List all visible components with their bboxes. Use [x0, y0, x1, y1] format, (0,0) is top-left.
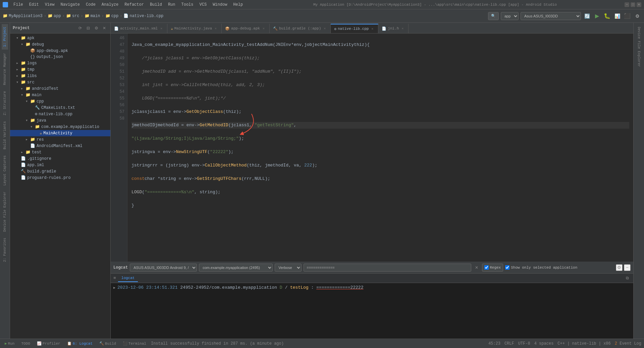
menu-tools[interactable]: Tools: [179, 2, 196, 8]
layout-captures-tab[interactable]: Layout Captures: [2, 153, 8, 188]
app-config-select[interactable]: app: [501, 12, 519, 20]
charset-indicator[interactable]: UTF-8: [518, 341, 530, 346]
tree-item-com.example.myapplicatio[interactable]: ▾📁com.example.myapplicatio: [10, 124, 110, 130]
code-editor[interactable]: Java_com_example_myapplication_MainActiv…: [127, 33, 633, 262]
tab-close-0[interactable]: ✕: [159, 26, 164, 31]
menu-vcs[interactable]: VCS: [197, 2, 210, 8]
logcat-output[interactable]: ▶ 2023-12-06 23:14:51.321 24952-24952/co…: [111, 283, 633, 339]
tab-mainactivity[interactable]: ☕ MainActivity.java ✕: [167, 24, 222, 33]
menu-edit[interactable]: Edit: [26, 2, 42, 8]
tab-jni[interactable]: 📄 jni.h ✕: [378, 24, 409, 33]
device-select[interactable]: Asus ASUS_I003DD: [521, 12, 581, 20]
indent-indicator[interactable]: 4 spaces: [534, 341, 554, 346]
terminal-btn[interactable]: ⬛ Terminal: [121, 341, 148, 346]
device-explorer-tab[interactable]: Device File Explorer: [2, 189, 8, 234]
breadcrumb-item-app[interactable]: 📁 MyApplication3: [3, 13, 43, 18]
tree-item-res[interactable]: ▸📁res: [10, 136, 110, 143]
tree-item-CMakeLists.txt[interactable]: 🔧CMakeLists.txt: [10, 105, 110, 111]
tree-item-tmp[interactable]: ▸📁tmp: [10, 66, 110, 73]
tree-item-AndroidManifest.xml[interactable]: 📄AndroidManifest.xml: [10, 143, 110, 149]
run-bottom-btn[interactable]: ▶ Run: [3, 341, 16, 346]
tree-item-cpp[interactable]: ▾📁cpp: [10, 98, 110, 105]
tree-item-main[interactable]: ▾📁main: [10, 92, 110, 98]
resource-manager-tab[interactable]: Resource Manager: [2, 50, 8, 88]
multiscreen-btn[interactable]: ⧉: [624, 275, 631, 282]
tree-item-test[interactable]: ▸📁test: [10, 149, 110, 155]
breadcrumb-item-5[interactable]: 📄 native-lib.cpp: [123, 13, 163, 18]
show-only-selected-label[interactable]: Show only selected application: [505, 265, 577, 270]
tree-item-output.json[interactable]: {}output.json: [10, 54, 110, 60]
tab-apk[interactable]: 📦 app-debug.apk ✕: [222, 24, 270, 33]
menu-window[interactable]: Window: [210, 2, 230, 8]
logcat-search-input[interactable]: [304, 264, 471, 272]
minimize-button[interactable]: −: [625, 2, 629, 7]
logcat-bottom-btn[interactable]: 📋 6: Logcat: [65, 341, 95, 346]
close-button[interactable]: ✕: [637, 2, 641, 7]
logcat-device-select[interactable]: ASUS ASUS_I003DD Android 9, /: [130, 264, 197, 272]
tree-item-androidTest[interactable]: ▸📁androidTest: [10, 85, 110, 92]
stop-btn[interactable]: ⬛: [623, 12, 631, 20]
search-everywhere-btn[interactable]: 🔍: [488, 12, 499, 20]
logcat-minimize-btn[interactable]: −: [624, 264, 631, 271]
breadcrumb-item-1[interactable]: 📁 app: [48, 13, 61, 18]
settings-btn[interactable]: ⚙: [633, 12, 641, 20]
tab-close-5[interactable]: ✕: [400, 26, 405, 31]
project-tab[interactable]: 1: Project: [2, 24, 8, 50]
breadcrumb-item-2[interactable]: 📁 src: [66, 13, 79, 18]
language-indicator[interactable]: C++ | native-lib | x86: [557, 341, 610, 346]
favorites-tab[interactable]: 2: Favorites: [2, 235, 8, 265]
right-tab-device[interactable]: Device File Explorer: [636, 24, 642, 70]
menu-help[interactable]: Help: [230, 2, 246, 8]
tab-close-1[interactable]: ✕: [213, 26, 218, 31]
breadcrumb-item-3[interactable]: 📁 main: [85, 13, 100, 18]
tree-item-logs[interactable]: ▸📁logs: [10, 60, 110, 66]
z-structure-tab[interactable]: Z: Structure: [2, 88, 8, 118]
tree-item-java[interactable]: ▾📁java: [10, 117, 110, 124]
tree-item-app.iml[interactable]: 📄app.iml: [10, 162, 110, 168]
todo-btn[interactable]: TODO: [19, 341, 32, 346]
breadcrumb-item-4[interactable]: 📁 cpp: [105, 13, 119, 18]
regex-button[interactable]: Regex: [482, 264, 503, 272]
tree-item-apk[interactable]: ▾📁apk: [10, 35, 110, 41]
build-btn[interactable]: 🔨 Build: [97, 341, 118, 346]
tree-item-build.gradle[interactable]: 🔨build.gradle: [10, 168, 110, 175]
regex-checkbox[interactable]: [484, 265, 489, 270]
tree-item-libs[interactable]: ▸📁libs: [10, 73, 110, 79]
menu-file[interactable]: File: [11, 2, 26, 8]
menu-code[interactable]: Code: [83, 2, 98, 8]
logcat-search-clear[interactable]: ✕: [473, 264, 480, 271]
project-settings-btn[interactable]: ⚙: [93, 25, 100, 31]
menu-analyze[interactable]: Analyze: [99, 2, 121, 8]
show-only-selected-checkbox[interactable]: [505, 265, 509, 270]
tree-item-native-lib.cpp[interactable]: ⚙native-lib.cpp: [10, 111, 110, 117]
menu-refactor[interactable]: Refactor: [122, 2, 147, 8]
tab-close-4[interactable]: ✕: [370, 26, 375, 31]
tree-item-debug[interactable]: ▾📁debug: [10, 41, 110, 48]
project-close-btn[interactable]: ✕: [101, 25, 108, 31]
tab-activity-main[interactable]: 📄 activity_main.xml ✕: [111, 24, 167, 33]
logcat-tab-main[interactable]: logcat: [118, 275, 138, 282]
tree-item-MainActivity[interactable]: ☕MainActivity: [10, 130, 110, 136]
logcat-level-select[interactable]: Verbose: [275, 264, 302, 272]
tree-item-src[interactable]: ▾📁src: [10, 79, 110, 85]
logcat-package-select[interactable]: com.example.myapplication (2495): [199, 264, 273, 272]
tree-item-app-debug.apk[interactable]: 📦app-debug.apk: [10, 48, 110, 54]
tree-item-.gitignore[interactable]: 📄.gitignore: [10, 155, 110, 162]
sync-btn[interactable]: 🔄: [583, 12, 591, 20]
event-log-btn[interactable]: 2 Event Log: [615, 341, 641, 346]
sync-project-btn[interactable]: ⟳: [77, 25, 84, 31]
tab-native-lib[interactable]: ⚙ native-lib.cpp ✕: [331, 24, 378, 33]
debug-btn[interactable]: 🐛: [603, 12, 611, 20]
logcat-settings-btn[interactable]: ⚙: [616, 264, 623, 271]
run-btn[interactable]: ▶: [593, 12, 601, 20]
build-variants-tab[interactable]: Build Variants: [2, 119, 8, 152]
position-indicator[interactable]: 45:23: [488, 341, 500, 346]
maximize-button[interactable]: □: [631, 2, 635, 7]
tree-item-proguard-rules.pro[interactable]: 📄proguard-rules.pro: [10, 175, 110, 181]
crlf-indicator[interactable]: CRLF: [504, 341, 514, 346]
menu-navigate[interactable]: Navigate: [58, 2, 83, 8]
tab-close-3[interactable]: ✕: [322, 26, 327, 31]
profile-btn[interactable]: 📊: [613, 12, 621, 20]
menu-build[interactable]: Build: [147, 2, 165, 8]
collapse-all-btn[interactable]: ⊟: [85, 25, 92, 31]
